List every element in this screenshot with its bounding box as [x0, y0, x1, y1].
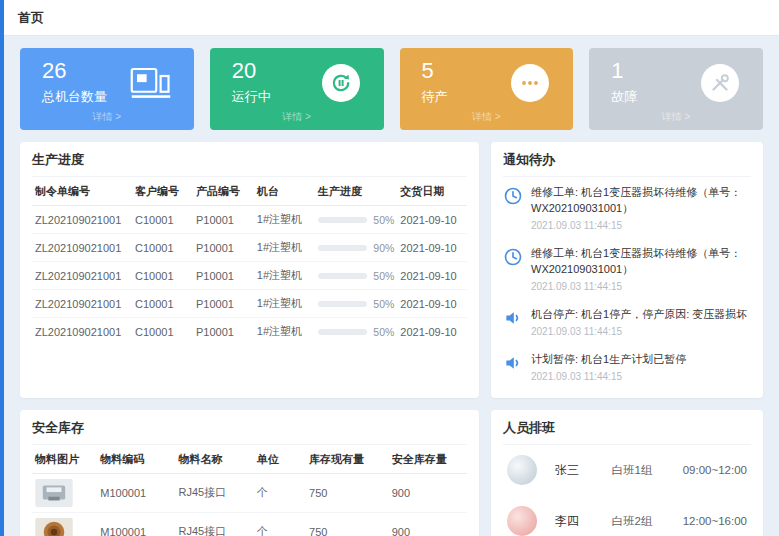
column-header: 生产进度 — [315, 177, 398, 206]
column-header: 机台 — [254, 177, 315, 206]
table-row: M100001 RJ45接口 个 750 900 — [32, 512, 467, 536]
stat-label: 总机台数量 — [42, 88, 107, 106]
staff-name: 李四 — [555, 513, 612, 530]
stock-table: 物料图片 物料编码 物料名称 单位 库存现有量 安全库存量 — [32, 445, 467, 536]
stat-label: 待产 — [422, 88, 448, 106]
speaker-icon — [503, 352, 523, 382]
left-accent-strip — [0, 0, 4, 536]
panel-title: 生产进度 — [32, 151, 467, 177]
notice-text: 维修工单: 机台1变压器损坏待维修（单号：WX202109031001） — [531, 246, 751, 278]
notice-text: 维修工单: 机台1变压器损坏待维修（单号：WX202109031001） — [531, 185, 751, 217]
column-header: 交货日期 — [397, 177, 467, 206]
tools-icon — [699, 64, 741, 102]
panels-grid: 生产进度 制令单编号 客户编号 产品编号 机台 生产进度 交货日期 — [20, 142, 763, 536]
table-row: ZL202109021001 C10001 P10001 1#注塑机 90% 2… — [32, 234, 467, 262]
panel-safety-stock: 安全库存 物料图片 物料编码 物料名称 单位 库存现有量 安全库存量 — [20, 410, 479, 536]
machine-icon — [130, 64, 172, 102]
table-row: M100001 RJ45接口 个 750 900 — [32, 473, 467, 512]
product-no: P10001 — [193, 318, 254, 346]
ellipsis-icon — [509, 64, 551, 102]
product-no: P10001 — [193, 234, 254, 262]
customer-no: C10001 — [132, 262, 193, 290]
stat-value: 5 — [422, 59, 448, 83]
machine: 1#注塑机 — [254, 318, 315, 346]
staff-row: 张三 白班1组 09:00~12:00 — [503, 445, 751, 496]
product-no: P10001 — [193, 206, 254, 234]
stat-detail-link[interactable]: 详情 > — [222, 107, 372, 126]
staff-time: 12:00~16:00 — [683, 515, 747, 527]
stat-detail-link[interactable]: 详情 > — [32, 107, 182, 126]
machine: 1#注塑机 — [254, 262, 315, 290]
customer-no: C10001 — [132, 290, 193, 318]
customer-no: C10001 — [132, 206, 193, 234]
panel-title: 人员排班 — [503, 419, 751, 445]
stat-card-fault: 1 故障 详情 > — [589, 48, 763, 130]
column-header: 物料名称 — [176, 445, 254, 474]
column-header: 物料编码 — [97, 445, 175, 474]
notice-time: 2021.09.03 11:44:15 — [531, 371, 686, 382]
stock-qty: 750 — [306, 473, 389, 512]
order-no: ZL202109021001 — [32, 234, 132, 262]
column-header: 安全库存量 — [389, 445, 467, 474]
stat-cards-row: 26 总机台数量 详情 > — [20, 48, 763, 130]
column-header: 库存现有量 — [306, 445, 389, 474]
notice-time: 2021.09.03 11:44:15 — [531, 281, 751, 292]
product-no: P10001 — [193, 290, 254, 318]
delivery-date: 2021-09-10 — [397, 234, 467, 262]
stat-value: 1 — [611, 59, 637, 83]
main-content: 26 总机台数量 详情 > — [4, 36, 779, 536]
machine: 1#注塑机 — [254, 290, 315, 318]
column-header: 制令单编号 — [32, 177, 132, 206]
panel-notices: 通知待办 维修工单: 机台1变压器损坏待维修（单号：WX202109031001… — [491, 142, 763, 398]
stat-card-total-machines: 26 总机台数量 详情 > — [20, 48, 194, 130]
stat-card-running: 20 运行中 详情 > — [210, 48, 384, 130]
tab-home[interactable]: 首页 — [18, 9, 44, 27]
panel-title: 通知待办 — [503, 151, 751, 177]
coil-image — [35, 518, 73, 536]
staff-shift: 白班1组 — [612, 463, 683, 478]
safe-qty: 900 — [389, 512, 467, 536]
stat-value: 20 — [232, 59, 271, 83]
panel-title: 安全库存 — [32, 419, 467, 445]
notice-item[interactable]: 机台停产: 机台1停产，停产原因: 变压器损坏 2021.09.03 11:44… — [503, 299, 751, 344]
avatar — [507, 455, 537, 485]
order-no: ZL202109021001 — [32, 318, 132, 346]
stat-detail-link[interactable]: 详情 > — [412, 107, 562, 126]
safe-qty: 900 — [389, 473, 467, 512]
staff-row: 李四 白班2组 12:00~16:00 — [503, 496, 751, 536]
notice-time: 2021.09.03 11:44:15 — [531, 326, 747, 337]
order-no: ZL202109021001 — [32, 290, 132, 318]
notice-item[interactable]: 维修工单: 机台1变压器损坏待维修（单号：WX202109031001） 202… — [503, 177, 751, 238]
delivery-date: 2021-09-10 — [397, 206, 467, 234]
stat-label: 故障 — [611, 88, 637, 106]
stat-detail-link[interactable]: 详情 > — [601, 107, 751, 126]
delivery-date: 2021-09-10 — [397, 262, 467, 290]
dashboard-page: 首页 26 总机台数量 — [4, 0, 779, 536]
notice-text: 计划暂停: 机台1生产计划已暂停 — [531, 352, 686, 368]
notice-item[interactable]: 计划暂停: 机台1生产计划已暂停 2021.09.03 11:44:15 — [503, 344, 751, 389]
speaker-icon — [503, 307, 523, 337]
material-code: M100001 — [97, 473, 175, 512]
staff-shift: 白班2组 — [612, 514, 683, 529]
progress-bar: 50% — [318, 298, 395, 310]
table-row: ZL202109021001 C10001 P10001 1#注塑机 50% 2… — [32, 262, 467, 290]
staff-name: 张三 — [555, 462, 612, 479]
column-header: 单位 — [254, 445, 306, 474]
rj45-connector-image — [35, 479, 73, 507]
material-code: M100001 — [97, 512, 175, 536]
column-header: 客户编号 — [132, 177, 193, 206]
material-unit: 个 — [254, 473, 306, 512]
running-refresh-icon — [320, 64, 362, 102]
clock-icon — [503, 246, 523, 292]
material-unit: 个 — [254, 512, 306, 536]
topbar: 首页 — [4, 0, 779, 36]
production-table: 制令单编号 客户编号 产品编号 机台 生产进度 交货日期 ZL202109021… — [32, 177, 467, 345]
table-row: ZL202109021001 C10001 P10001 1#注塑机 50% 2… — [32, 318, 467, 346]
column-header: 产品编号 — [193, 177, 254, 206]
customer-no: C10001 — [132, 318, 193, 346]
stat-card-waiting: 5 待产 详情 > — [400, 48, 574, 130]
delivery-date: 2021-09-10 — [397, 318, 467, 346]
notice-time: 2021.09.03 11:44:15 — [531, 220, 751, 231]
machine: 1#注塑机 — [254, 234, 315, 262]
notice-item[interactable]: 维修工单: 机台1变压器损坏待维修（单号：WX202109031001） 202… — [503, 238, 751, 299]
